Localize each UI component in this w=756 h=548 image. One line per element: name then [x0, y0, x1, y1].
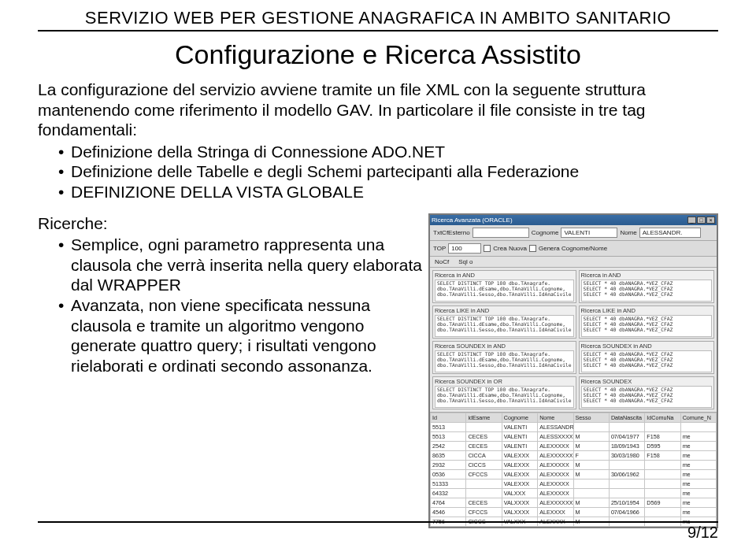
cell: 25/10/1954	[609, 498, 644, 507]
query-box: Ricerca SOUNDEX in ANDSELECT DISTINCT TO…	[432, 341, 576, 374]
cell: CICCS	[466, 460, 502, 469]
query-sql: SELECT * 40 dbANAGRA.*VEZ_CFAZ SELECT * …	[581, 350, 712, 372]
cell: me	[680, 469, 716, 479]
column-header[interactable]: Nome	[538, 413, 573, 422]
cell: 2542	[431, 441, 466, 450]
query-title: Ricerca in AND	[581, 272, 712, 279]
cell: me	[680, 450, 716, 460]
cell: VALENTI	[502, 441, 537, 450]
cell: me	[680, 479, 716, 488]
cell: ALESSXXXX	[538, 431, 573, 441]
query-panels: Ricerca in ANDSELECT DISTINCT TOP 100 db…	[430, 268, 717, 412]
intro-bullets: •Definizione della Stringa di Connession…	[58, 142, 718, 202]
cell: F	[573, 450, 609, 460]
cell: VALXXXX	[502, 507, 537, 517]
cell: M	[573, 507, 609, 517]
cell	[645, 422, 680, 431]
page-number: 9/12	[687, 524, 718, 542]
cell	[466, 488, 502, 498]
input-top[interactable]: 100	[448, 243, 481, 254]
combo-txtcfesterno[interactable]	[472, 228, 529, 238]
cell: M	[573, 498, 609, 507]
cell: ALEXXXXX	[538, 469, 573, 479]
cell: me	[680, 488, 716, 498]
column-header[interactable]: Id	[431, 413, 466, 422]
document-header: SERVIZIO WEB PER GESTIONE ANAGRAFICA IN …	[38, 8, 718, 28]
cell: 07/04/1977	[609, 431, 644, 441]
cell: ALEXXXX	[538, 507, 573, 517]
query-box: Ricerca in ANDSELECT * 40 dbANAGRA.*VEZ_…	[579, 270, 714, 303]
query-title: Ricerca SOUNDEX in OR	[435, 378, 574, 385]
query-box: Ricerca in ANDSELECT DISTINCT TOP 100 db…	[432, 270, 576, 303]
column-header[interactable]: Comune_N	[680, 413, 716, 422]
divider-top	[38, 30, 718, 31]
query-sql: SELECT DISTINCT TOP 100 dbo.TAnagrafe. d…	[435, 315, 574, 337]
cell: CFCCS	[466, 507, 502, 517]
cell: VALENTI	[502, 431, 537, 441]
cell: VALEXXX	[502, 479, 537, 488]
table-row[interactable]: 0536CFCCSVALEXXXALEXXXXXM30/06/1962me	[431, 469, 717, 479]
cell: M	[573, 460, 609, 469]
cell: ALEXXXXX	[538, 441, 573, 450]
table-row[interactable]: 64332VALXXXALEXXXXXme	[431, 488, 717, 498]
column-header[interactable]: Sesso	[573, 413, 609, 422]
cell	[645, 469, 680, 479]
query-box: Ricerca SOUNDEX in ANDSELECT * 40 dbANAG…	[579, 341, 714, 374]
query-sql: SELECT * 40 dbANAGRA.*VEZ_CFAZ SELECT * …	[581, 280, 712, 302]
cell: CFCCS	[466, 469, 502, 479]
cell: 07/04/1966	[609, 507, 644, 517]
query-box: Ricerca SOUNDEX in ORSELECT DISTINCT TOP…	[432, 376, 576, 409]
table-row[interactable]: 51333VALEXXXALEXXXXXme	[431, 479, 717, 488]
minimize-button[interactable]: _	[687, 217, 696, 224]
checkbox-genera[interactable]	[529, 245, 536, 252]
table-row[interactable]: 2542CECESVALENTIALEXXXXXM18/09/1943D595m…	[431, 441, 717, 450]
column-header[interactable]: idEsame	[466, 413, 502, 422]
close-button[interactable]: ×	[706, 217, 715, 224]
cell: ALEXXXXXX	[538, 450, 573, 460]
cell: me	[680, 498, 716, 507]
cell: 0536	[431, 469, 466, 479]
ricerche-bullets: •Semplice, ogni parametro rappresenta un…	[58, 235, 422, 376]
results-grid[interactable]: IdidEsameCognomeNomeSessoDataNascitaIdCo…	[430, 412, 717, 527]
table-row[interactable]: 2932CICCSVALEXXXALEXXXXXMme	[431, 460, 717, 469]
label-txtcfesterno: TxtCfEsterno	[433, 229, 470, 236]
cell	[573, 422, 609, 431]
cell	[609, 422, 644, 431]
input-cognome[interactable]: VALENTI	[561, 228, 617, 238]
cell	[466, 422, 502, 431]
column-header[interactable]: DataNascita	[609, 413, 644, 422]
intro-paragraph: La configurazione del servizio avviene t…	[38, 80, 718, 140]
cell	[466, 479, 502, 488]
cell: me	[680, 460, 716, 469]
cell	[645, 507, 680, 517]
bullet-text: Avanzata, non viene specificata nessuna …	[71, 295, 422, 376]
cell: me	[680, 507, 716, 517]
query-sql: SELECT * 40 dbANAGRA.*VEZ_CFAZ SELECT * …	[581, 315, 712, 337]
cell	[609, 479, 644, 488]
cell: ALEXXXXX	[538, 488, 573, 498]
table-row[interactable]: 4764CECESVALXXXXALEXXXXXXM25/10/1954D569…	[431, 498, 717, 507]
query-title: Ricerca SOUNDEX	[581, 378, 712, 385]
cell: ALEXXXXXX	[538, 498, 573, 507]
query-title: Ricerca LIKE in AND	[435, 307, 574, 314]
table-row[interactable]: 4546CFCCSVALXXXXALEXXXXM07/04/1966me	[431, 507, 717, 517]
cell: M	[573, 431, 609, 441]
checkbox-crea-nuova[interactable]	[484, 245, 491, 252]
cell: ALEXXXXX	[538, 479, 573, 488]
maximize-button[interactable]: □	[697, 217, 706, 224]
cell	[645, 488, 680, 498]
cell: VALEXXX	[502, 460, 537, 469]
column-header[interactable]: IdComuNa	[645, 413, 680, 422]
query-box: Ricerca SOUNDEXSELECT * 40 dbANAGRA.*VEZ…	[579, 376, 714, 409]
cell: D595	[645, 441, 680, 450]
cell	[609, 488, 644, 498]
label-cognome: Cognome	[532, 229, 559, 236]
bullet-text: Definizione della Stringa di Connessione…	[71, 142, 445, 162]
table-row[interactable]: 5513VALENTIALESSANDRO	[431, 422, 717, 431]
ricerche-label: Ricerche:	[38, 213, 422, 234]
cell: 8635	[431, 450, 466, 460]
input-nome[interactable]: ALESSANDR.	[639, 228, 701, 238]
table-row[interactable]: 5513CECESVALENTIALESSXXXXM07/04/1977F158…	[431, 431, 717, 441]
column-header[interactable]: Cognome	[502, 413, 537, 422]
table-row[interactable]: 8635CICCAVALEXXXALEXXXXXXF30/03/1980F158…	[431, 450, 717, 460]
